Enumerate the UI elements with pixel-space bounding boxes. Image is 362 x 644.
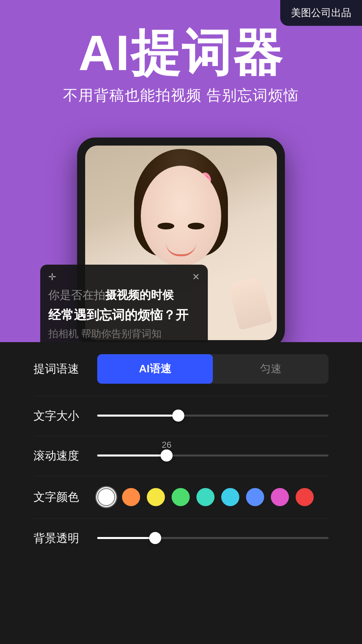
hand bbox=[228, 276, 273, 330]
scroll-slider-fill bbox=[97, 454, 167, 457]
color-swatch-orange[interactable] bbox=[122, 488, 140, 506]
text-color-label: 文字颜色 bbox=[34, 489, 87, 505]
eye-right bbox=[188, 223, 204, 229]
scroll-slider-thumb[interactable] bbox=[161, 449, 173, 462]
hero-title: AI提词器 bbox=[13, 27, 349, 79]
close-icon[interactable]: ✕ bbox=[192, 271, 200, 282]
speed-toggle[interactable]: AI语速 匀速 bbox=[97, 354, 328, 384]
eye-left bbox=[158, 223, 174, 229]
color-swatch-teal[interactable] bbox=[196, 488, 215, 506]
color-swatch-red[interactable] bbox=[296, 488, 314, 506]
brand-badge: 美图公司出品 bbox=[280, 0, 362, 26]
color-swatch-cyan[interactable] bbox=[221, 488, 239, 506]
scroll-speed-setting-row: 滚动速度 26 bbox=[34, 436, 328, 476]
teleprompter-text-line3: 拍相机 帮助你告别背词知 bbox=[48, 327, 200, 341]
text-normal: 你是否在拍 bbox=[48, 288, 105, 301]
bg-opacity-track bbox=[97, 537, 328, 539]
person-face bbox=[141, 166, 221, 266]
bg-opacity-setting-row: 背景透明 bbox=[34, 519, 328, 558]
bg-opacity-label: 背景透明 bbox=[34, 531, 87, 546]
hero-section: AI提词器 不用背稿也能拍视频 告别忘词烦恼 bbox=[0, 27, 362, 105]
slider-fill bbox=[97, 415, 178, 417]
scroll-speed-label: 滚动速度 bbox=[34, 448, 87, 464]
speed-uniform-button[interactable]: 匀速 bbox=[213, 354, 328, 384]
settings-panel: 提词语速 AI语速 匀速 文字大小 滚动速度 26 bbox=[13, 342, 349, 558]
font-size-setting-row: 文字大小 bbox=[34, 396, 328, 436]
speed-setting-row: 提词语速 AI语速 匀速 bbox=[34, 342, 328, 396]
color-swatch-green[interactable] bbox=[172, 488, 190, 506]
color-swatch-pink[interactable] bbox=[271, 488, 289, 506]
scroll-slider-track bbox=[97, 454, 328, 457]
slider-track bbox=[97, 415, 328, 417]
panel-header: ✛ ✕ bbox=[48, 271, 200, 282]
text-color-setting-row: 文字颜色 bbox=[34, 476, 328, 519]
color-swatch-blue[interactable] bbox=[246, 488, 264, 506]
font-size-label: 文字大小 bbox=[34, 408, 87, 424]
bg-opacity-slider[interactable] bbox=[97, 537, 328, 540]
move-icon[interactable]: ✛ bbox=[48, 271, 56, 282]
scroll-speed-value: 26 bbox=[162, 440, 172, 450]
bg-opacity-thumb[interactable] bbox=[149, 532, 161, 544]
color-swatches bbox=[97, 488, 328, 506]
color-swatch-yellow[interactable] bbox=[147, 488, 165, 506]
scroll-speed-slider[interactable]: 26 bbox=[97, 454, 328, 457]
text-highlight: 摄视频的时候 bbox=[105, 288, 174, 301]
teleprompter-text-line1: 你是否在拍摄视频的时候 bbox=[48, 286, 200, 304]
phone-mockup: ✛ ✕ 你是否在拍摄视频的时候 经常遇到忘词的烦恼？开 拍相机 帮助你告别背词知… bbox=[77, 138, 285, 348]
speed-ai-button[interactable]: AI语速 bbox=[97, 354, 213, 384]
speed-label: 提词语速 bbox=[34, 361, 87, 377]
phone-device: ✛ ✕ 你是否在拍摄视频的时候 经常遇到忘词的烦恼？开 拍相机 帮助你告别背词知… bbox=[77, 138, 285, 348]
teleprompter-text-line2: 经常遇到忘词的烦恼？开 bbox=[48, 306, 200, 324]
hero-subtitle: 不用背稿也能拍视频 告别忘词烦恼 bbox=[13, 86, 349, 105]
font-size-slider[interactable] bbox=[97, 415, 328, 417]
slider-thumb[interactable] bbox=[172, 410, 184, 422]
smile bbox=[166, 243, 196, 256]
color-swatch-white[interactable] bbox=[97, 488, 115, 506]
bg-opacity-fill bbox=[97, 537, 155, 539]
